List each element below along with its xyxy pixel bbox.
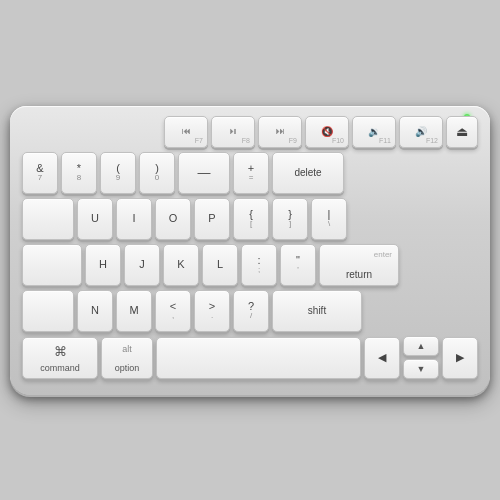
key-p[interactable]: P [194, 198, 230, 240]
number-row: & 7 * 8 ( 9 ) 0 — + [22, 152, 478, 194]
key-k[interactable]: K [163, 244, 199, 286]
key-arrow-down[interactable]: ▼ [403, 359, 439, 379]
keyboard: ⏮ F7 ⏯ F8 ⏭ F9 🔇 F10 🔉 F11 [10, 106, 490, 395]
key-f11[interactable]: 🔉 F11 [352, 116, 396, 148]
key-delete[interactable]: delete [272, 152, 344, 194]
key-period[interactable]: > . [194, 290, 230, 332]
key-tab[interactable] [22, 198, 74, 240]
nm-row: N M < , > . ? / shift [22, 290, 478, 332]
key-f10[interactable]: 🔇 F10 [305, 116, 349, 148]
key-arrow-left[interactable]: ◀ [364, 337, 400, 379]
key-return[interactable]: enter return [319, 244, 399, 286]
key-rbrace[interactable]: } ] [272, 198, 308, 240]
key-equals[interactable]: + = [233, 152, 269, 194]
key-shift-right[interactable]: shift [272, 290, 362, 332]
key-0[interactable]: ) 0 [139, 152, 175, 194]
key-eject[interactable]: ⏏ [446, 116, 478, 148]
key-command[interactable]: ⌘ command [22, 337, 98, 379]
uiop-row: U I O P { [ } ] | \ [22, 198, 478, 240]
key-option[interactable]: alt option [101, 337, 153, 379]
key-8[interactable]: * 8 [61, 152, 97, 194]
fn-row: ⏮ F7 ⏯ F8 ⏭ F9 🔇 F10 🔉 F11 [22, 116, 478, 148]
key-quote[interactable]: " ' [280, 244, 316, 286]
key-shift-left[interactable] [22, 290, 74, 332]
key-arrow-up[interactable]: ▲ [403, 336, 439, 356]
key-f8[interactable]: ⏯ F8 [211, 116, 255, 148]
key-f7[interactable]: ⏮ F7 [164, 116, 208, 148]
key-comma[interactable]: < , [155, 290, 191, 332]
key-9[interactable]: ( 9 [100, 152, 136, 194]
key-minus[interactable]: — [178, 152, 230, 194]
key-h[interactable]: H [85, 244, 121, 286]
key-j[interactable]: J [124, 244, 160, 286]
key-arrow-right[interactable]: ▶ [442, 337, 478, 379]
key-n[interactable]: N [77, 290, 113, 332]
key-u[interactable]: U [77, 198, 113, 240]
keyboard-rows: ⏮ F7 ⏯ F8 ⏭ F9 🔇 F10 🔉 F11 [22, 116, 478, 379]
key-backslash[interactable]: | \ [311, 198, 347, 240]
key-o[interactable]: O [155, 198, 191, 240]
key-space[interactable] [156, 337, 361, 379]
key-semicolon[interactable]: : ; [241, 244, 277, 286]
key-7[interactable]: & 7 [22, 152, 58, 194]
key-f9[interactable]: ⏭ F9 [258, 116, 302, 148]
key-m[interactable]: M [116, 290, 152, 332]
key-f12[interactable]: 🔊 F12 [399, 116, 443, 148]
arrow-up-down-group: ▲ ▼ [403, 336, 439, 379]
bottom-row: ⌘ command alt option ◀ ▲ ▼ [22, 336, 478, 379]
hjkl-row: H J K L : ; " ' enter return [22, 244, 478, 286]
key-slash[interactable]: ? / [233, 290, 269, 332]
key-caps-lock[interactable] [22, 244, 82, 286]
key-l[interactable]: L [202, 244, 238, 286]
key-lbrace[interactable]: { [ [233, 198, 269, 240]
key-i[interactable]: I [116, 198, 152, 240]
